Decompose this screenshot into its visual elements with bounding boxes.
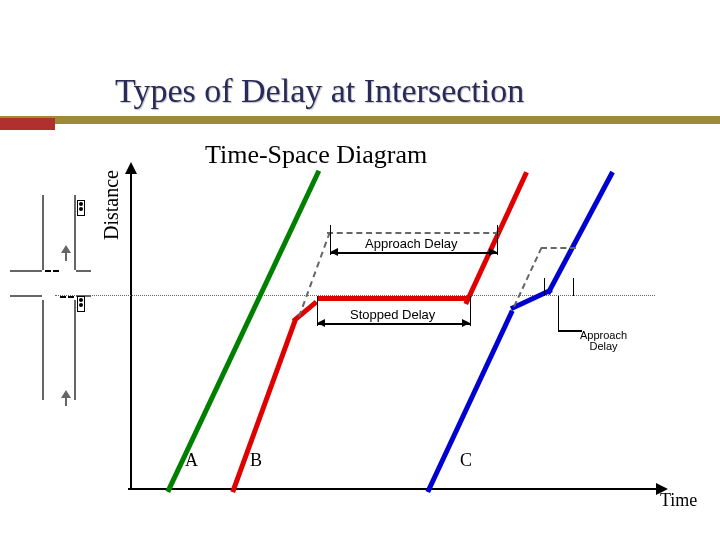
trajectory-a <box>165 170 321 493</box>
pointer-line <box>558 330 582 332</box>
delay-tick <box>544 278 545 296</box>
delay-tick <box>573 278 574 296</box>
vehicle-label-c: C <box>460 450 472 471</box>
intersection-road <box>10 295 42 297</box>
stopped-delay-label-b: Stopped Delay <box>350 307 435 322</box>
x-axis <box>128 488 658 490</box>
intersection-road <box>76 270 91 272</box>
trajectory-c-ideal-dashed-h <box>541 247 576 249</box>
vehicle-label-a: A <box>185 450 198 471</box>
trajectory-b-approach <box>230 319 297 493</box>
delay-tick <box>470 296 471 326</box>
intersection-road <box>74 300 76 400</box>
vehicle-direction-arrow-icon <box>61 245 71 259</box>
arrowhead-icon <box>317 319 325 327</box>
title-accent-block <box>0 118 55 130</box>
vehicle-direction-arrow-icon <box>61 390 71 404</box>
approach-delay-label-b: Approach Delay <box>365 236 458 251</box>
stopline-dash <box>68 296 74 298</box>
stopline-dash <box>45 270 51 272</box>
trajectory-c-depart <box>546 171 615 295</box>
page-title: Types of Delay at Intersection <box>115 72 524 110</box>
stopline-dash <box>53 270 59 272</box>
intersection-road <box>42 300 44 400</box>
title-underline <box>0 116 720 124</box>
trajectory-b-ideal-dashed-h <box>327 232 499 234</box>
delay-tick <box>497 225 498 255</box>
diagram-stage: Types of Delay at Intersection Time-Spac… <box>0 0 720 540</box>
arrowhead-icon <box>489 248 497 256</box>
intersection-road <box>74 195 76 270</box>
stopline-dash <box>60 296 66 298</box>
traffic-light-icon <box>77 200 85 216</box>
arrowhead-icon <box>462 319 470 327</box>
vehicle-label-b: B <box>250 450 262 471</box>
pointer-line <box>558 296 559 330</box>
y-axis <box>130 168 132 490</box>
approach-delay-label-c: Approach Delay <box>580 330 627 352</box>
y-axis-arrowhead-icon <box>125 162 137 174</box>
arrowhead-icon <box>330 248 338 256</box>
x-axis-label: Time <box>660 490 697 511</box>
trajectory-b-stopped <box>317 296 470 301</box>
intersection-road <box>42 195 44 270</box>
y-axis-label: Distance <box>100 170 123 240</box>
traffic-light-icon <box>77 296 85 312</box>
intersection-road <box>10 270 42 272</box>
approach-delay-bracket-b <box>330 252 497 254</box>
stopped-delay-bracket-b <box>317 323 470 325</box>
subtitle: Time-Space Diagram <box>205 140 427 170</box>
